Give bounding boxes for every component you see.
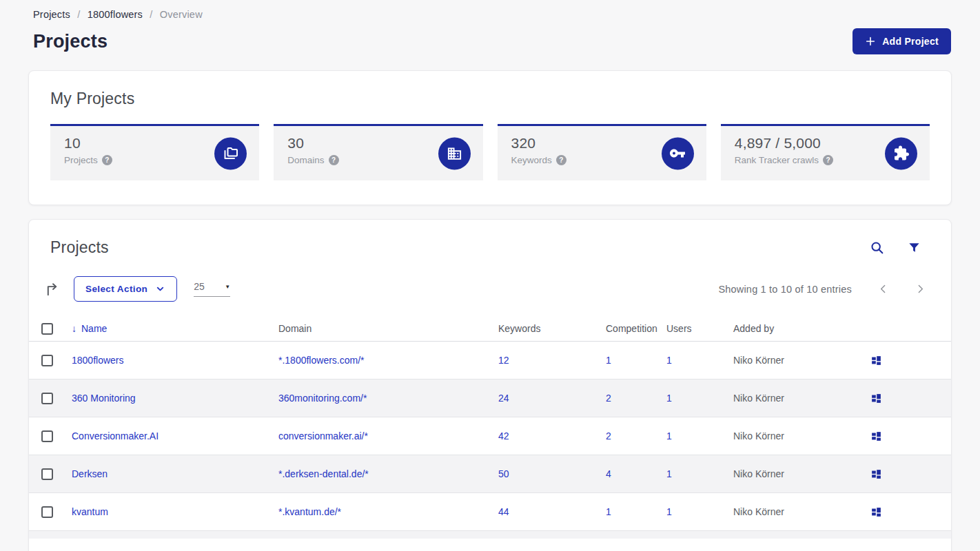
breadcrumb-separator: / — [77, 9, 80, 20]
competition-count-value[interactable]: 2 — [606, 393, 611, 404]
table-row: 1800flowers *.1800flowers.com/* 12 1 1 N… — [29, 342, 951, 380]
help-icon[interactable]: ? — [329, 155, 339, 165]
table-row: 360 Monitoring 360monitoring.com/* 24 2 … — [29, 380, 951, 417]
breadcrumb-overview: Overview — [160, 9, 203, 20]
breadcrumb: Projects / 1800flowers / Overview — [33, 9, 951, 20]
row-checkbox[interactable] — [41, 430, 53, 442]
stats-row: 10 Projects ? 30 Domains ? — [50, 124, 930, 180]
column-header-name[interactable]: ↓Name — [72, 323, 107, 334]
row-checkbox[interactable] — [41, 393, 53, 404]
page-size-caret-icon: ▼ — [225, 284, 230, 290]
column-header-users[interactable]: Users — [666, 323, 733, 334]
keywords-key-icon — [662, 137, 694, 169]
filter-button[interactable] — [908, 241, 921, 254]
users-count-value[interactable]: 1 — [666, 393, 672, 404]
keywords-count-value[interactable]: 24 — [498, 393, 509, 404]
dashboard-grid-icon — [870, 393, 882, 404]
projects-table: ↓Name Domain Keywords Competition Users … — [29, 316, 951, 539]
stat-card-projects: 10 Projects ? — [50, 124, 259, 180]
search-icon — [870, 240, 885, 256]
open-dashboard-button[interactable] — [870, 355, 882, 366]
filter-icon — [908, 241, 921, 254]
project-name-link[interactable]: 1800flowers — [72, 355, 124, 366]
export-button[interactable] — [45, 281, 61, 297]
page-title: Projects — [33, 31, 108, 52]
project-domain-link[interactable]: *.1800flowers.com/* — [278, 355, 365, 366]
breadcrumb-1800flowers[interactable]: 1800flowers — [88, 9, 143, 20]
project-name-link[interactable]: kvantum — [72, 506, 108, 517]
users-count-value[interactable]: 1 — [666, 355, 672, 366]
users-count-value[interactable]: 1 — [666, 430, 672, 441]
project-name-link[interactable]: 360 Monitoring — [72, 393, 136, 404]
add-project-button[interactable]: Add Project — [853, 28, 951, 54]
export-arrow-icon — [45, 281, 61, 297]
table-row-partial — [29, 531, 951, 539]
top-bar: Projects / 1800flowers / Overview Projec… — [0, 0, 980, 54]
next-page-button[interactable] — [915, 283, 926, 295]
page-size-select[interactable]: 25 ▼ — [194, 281, 230, 297]
project-name-link[interactable]: Derksen — [72, 468, 108, 479]
my-projects-panel: My Projects 10 Projects ? 30 Domains ? — [28, 70, 952, 205]
open-dashboard-button[interactable] — [870, 468, 882, 480]
open-dashboard-button[interactable] — [870, 430, 882, 442]
column-header-domain[interactable]: Domain — [278, 323, 498, 334]
column-header-keywords[interactable]: Keywords — [498, 323, 606, 334]
search-button[interactable] — [870, 240, 885, 256]
select-action-dropdown[interactable]: Select Action — [74, 276, 177, 302]
project-domain-link[interactable]: *.kvantum.de/* — [278, 506, 341, 517]
table-header-row: ↓Name Domain Keywords Competition Users … — [29, 316, 951, 342]
project-domain-link[interactable]: 360monitoring.com/* — [278, 393, 367, 404]
row-checkbox[interactable] — [41, 468, 53, 480]
row-checkbox[interactable] — [41, 506, 53, 518]
domains-count-label: Domains — [287, 155, 324, 165]
project-domain-link[interactable]: *.derksen-dental.de/* — [278, 468, 369, 479]
table-toolbar: Select Action 25 ▼ Showing 1 to 10 of 10… — [29, 276, 951, 302]
stat-card-rank-tracker: 4,897 / 5,000 Rank Tracker crawls ? — [721, 124, 930, 180]
breadcrumb-projects[interactable]: Projects — [33, 9, 70, 20]
added-by-value: Niko Körner — [733, 468, 784, 479]
page-size-value: 25 — [194, 281, 205, 292]
previous-page-button[interactable] — [877, 283, 889, 295]
competition-count-value[interactable]: 4 — [606, 468, 611, 479]
help-icon[interactable]: ? — [556, 155, 566, 165]
added-by-value: Niko Körner — [733, 506, 784, 517]
rank-tracker-puzzle-icon — [885, 137, 917, 169]
column-header-competition[interactable]: Competition — [606, 323, 666, 334]
table-body: 1800flowers *.1800flowers.com/* 12 1 1 N… — [29, 342, 951, 531]
stat-card-domains: 30 Domains ? — [274, 124, 482, 180]
chevron-left-icon — [877, 283, 889, 295]
select-action-label: Select Action — [85, 284, 147, 294]
table-row: Derksen *.derksen-dental.de/* 50 4 1 Nik… — [29, 455, 951, 493]
table-row: kvantum *.kvantum.de/* 44 1 1 Niko Körne… — [29, 493, 951, 531]
competition-count-value[interactable]: 1 — [606, 355, 611, 366]
added-by-value: Niko Körner — [733, 430, 784, 441]
row-checkbox[interactable] — [41, 355, 53, 366]
rank-tracker-count-label: Rank Tracker crawls — [735, 155, 819, 165]
dashboard-grid-icon — [870, 355, 882, 366]
project-domain-link[interactable]: conversionmaker.ai/* — [278, 430, 368, 441]
table-row: Conversionmaker.AI conversionmaker.ai/* … — [29, 417, 951, 455]
project-name-link[interactable]: Conversionmaker.AI — [72, 430, 159, 441]
select-all-checkbox[interactable] — [41, 323, 53, 335]
added-by-value: Niko Körner — [733, 393, 784, 404]
dashboard-grid-icon — [870, 506, 882, 518]
open-dashboard-button[interactable] — [870, 506, 882, 518]
column-header-added-by[interactable]: Added by — [733, 323, 870, 334]
added-by-value: Niko Körner — [733, 355, 784, 366]
keywords-count-value[interactable]: 44 — [498, 506, 509, 517]
users-count-value[interactable]: 1 — [666, 468, 672, 479]
projects-table-panel: Projects Select Action 25 ▼ Showing 1 to… — [28, 219, 952, 551]
keywords-count-value[interactable]: 12 — [498, 355, 509, 366]
users-count-value[interactable]: 1 — [666, 506, 672, 517]
chevron-down-icon — [155, 284, 165, 294]
add-project-label: Add Project — [882, 36, 939, 47]
stat-card-keywords: 320 Keywords ? — [498, 124, 706, 180]
competition-count-value[interactable]: 1 — [606, 506, 611, 517]
breadcrumb-separator: / — [150, 9, 152, 20]
help-icon[interactable]: ? — [102, 155, 112, 165]
competition-count-value[interactable]: 2 — [606, 430, 611, 441]
keywords-count-value[interactable]: 50 — [498, 468, 509, 479]
keywords-count-value[interactable]: 42 — [498, 430, 509, 441]
help-icon[interactable]: ? — [823, 155, 833, 165]
open-dashboard-button[interactable] — [870, 393, 882, 404]
